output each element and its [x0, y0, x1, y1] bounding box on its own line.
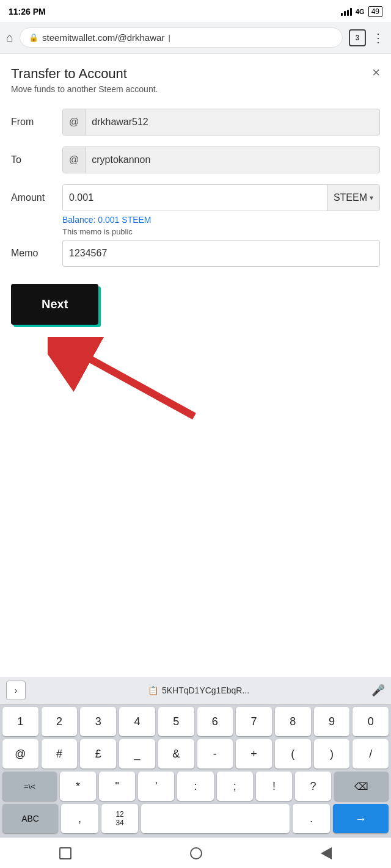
- mic-button[interactable]: 🎤: [371, 684, 385, 697]
- key-2[interactable]: 2: [42, 707, 78, 736]
- amount-input-group: STEEM ▾ Balance: 0.001 STEEM: [62, 184, 380, 225]
- battery-icon: 49: [368, 6, 382, 17]
- arrow-annotation: [11, 331, 380, 429]
- key-0[interactable]: 0: [353, 707, 389, 736]
- memo-section: This memo is public Memo: [11, 227, 380, 267]
- to-at-symbol: @: [63, 147, 86, 173]
- from-input-group: @: [62, 109, 380, 136]
- mic-icon: 🎤: [371, 684, 385, 696]
- key-double-quote[interactable]: ": [99, 772, 135, 801]
- key-row-3: =\< * " ' : ; ! ? ⌫: [2, 772, 389, 801]
- signal-icon: [341, 7, 352, 16]
- key-9[interactable]: 9: [314, 707, 350, 736]
- key-symbols-switch[interactable]: =\<: [2, 772, 57, 801]
- key-comma[interactable]: ,: [61, 804, 98, 833]
- key-exclaim[interactable]: !: [256, 772, 292, 801]
- key-at[interactable]: @: [2, 739, 38, 769]
- key-period[interactable]: .: [293, 804, 330, 833]
- browser-bar: ⌂ 🔒 steemitwallet.com/@drkhawar | 3 ⋮: [0, 22, 391, 54]
- key-backspace[interactable]: ⌫: [334, 772, 389, 801]
- memo-label: Memo: [11, 248, 54, 259]
- key-enter[interactable]: →: [333, 804, 389, 833]
- key-space[interactable]: [141, 804, 290, 833]
- status-time: 11:26 PM: [9, 7, 46, 16]
- key-open-paren[interactable]: (: [275, 739, 311, 769]
- key-row-2: @ # £ _ & - + ( ) /: [2, 739, 389, 769]
- next-button[interactable]: Next: [11, 284, 98, 325]
- back-button[interactable]: [321, 847, 332, 859]
- memo-input[interactable]: [62, 240, 380, 267]
- amount-row: Amount STEEM ▾ Balance: 0.001 STEEM: [11, 184, 380, 225]
- to-input[interactable]: [86, 147, 379, 173]
- chevron-down-icon: ▾: [370, 193, 373, 202]
- keyboard-suggestions-bar: › 📋 5KHTqD1YCg1EbqR... 🎤: [0, 677, 391, 704]
- keyboard: › 📋 5KHTqD1YCg1EbqR... 🎤 1 2 3 4 5 6 7 8…: [0, 677, 391, 837]
- memo-public-notice: This memo is public: [62, 227, 380, 236]
- key-question[interactable]: ?: [295, 772, 331, 801]
- key-underscore[interactable]: _: [119, 739, 155, 769]
- clipboard-icon: 📋: [148, 685, 158, 695]
- dialog-title: Transfer to Account: [11, 66, 127, 82]
- tab-count-button[interactable]: 3: [349, 29, 366, 46]
- navigation-bar: [0, 837, 391, 868]
- key-single-quote[interactable]: ': [138, 772, 174, 801]
- to-label: To: [11, 154, 54, 165]
- suggestion-expand-button[interactable]: ›: [6, 681, 26, 700]
- home-nav-button[interactable]: [190, 847, 202, 859]
- right-arrow-icon: ›: [15, 685, 18, 695]
- amount-fields: STEEM ▾: [62, 184, 380, 211]
- balance-text: Balance: 0.001 STEEM: [62, 215, 380, 225]
- key-row-4: ABC , 1234 . →: [2, 804, 389, 833]
- key-3[interactable]: 3: [80, 707, 116, 736]
- from-label: From: [11, 117, 54, 128]
- main-content: Transfer to Account × Move funds to anot…: [0, 54, 391, 441]
- amount-input[interactable]: [63, 185, 327, 211]
- currency-select[interactable]: STEEM ▾: [327, 185, 379, 211]
- red-arrow-icon: [48, 337, 243, 435]
- key-7[interactable]: 7: [236, 707, 272, 736]
- key-1[interactable]: 1: [2, 707, 38, 736]
- memo-row: Memo: [11, 240, 380, 267]
- key-semicolon[interactable]: ;: [217, 772, 253, 801]
- from-row: From @: [11, 109, 380, 136]
- key-ampersand[interactable]: &: [158, 739, 194, 769]
- key-minus[interactable]: -: [197, 739, 233, 769]
- key-close-paren[interactable]: ): [314, 739, 350, 769]
- amount-label: Amount: [11, 184, 54, 203]
- svg-line-1: [72, 349, 194, 416]
- from-input[interactable]: [86, 109, 379, 135]
- key-8[interactable]: 8: [275, 707, 311, 736]
- status-bar: 11:26 PM 4G 49: [0, 0, 391, 22]
- key-row-1: 1 2 3 4 5 6 7 8 9 0: [2, 707, 389, 736]
- clipboard-suggestion[interactable]: 📋 5KHTqD1YCg1EbqR...: [31, 685, 367, 695]
- keyboard-rows: 1 2 3 4 5 6 7 8 9 0 @ # £ _ & - + ( ) / …: [0, 704, 391, 837]
- url-bar[interactable]: 🔒 steemitwallet.com/@drkhawar |: [20, 27, 343, 48]
- to-row: To @: [11, 146, 380, 173]
- key-6[interactable]: 6: [197, 707, 233, 736]
- key-5[interactable]: 5: [158, 707, 194, 736]
- network-icon: 4G: [356, 8, 365, 15]
- dialog-subtitle: Move funds to another Steem account.: [11, 84, 380, 94]
- recent-apps-button[interactable]: [59, 847, 71, 859]
- key-4[interactable]: 4: [119, 707, 155, 736]
- key-slash[interactable]: /: [353, 739, 389, 769]
- key-colon[interactable]: :: [177, 772, 213, 801]
- browser-menu-button[interactable]: ⋮: [372, 31, 385, 45]
- home-button[interactable]: ⌂: [6, 31, 13, 45]
- from-at-symbol: @: [63, 109, 86, 135]
- lock-icon: 🔒: [29, 33, 38, 42]
- key-1234[interactable]: 1234: [101, 804, 139, 833]
- to-input-group: @: [62, 146, 380, 173]
- dialog-header: Transfer to Account ×: [11, 66, 380, 82]
- clipboard-text: 5KHTqD1YCg1EbqR...: [162, 685, 249, 695]
- key-hash[interactable]: #: [42, 739, 78, 769]
- url-text: steemitwallet.com/@drkhawar: [42, 32, 164, 43]
- key-plus[interactable]: +: [236, 739, 272, 769]
- key-abc[interactable]: ABC: [2, 804, 58, 833]
- cursor-icon: |: [168, 33, 170, 42]
- close-button[interactable]: ×: [372, 66, 380, 79]
- currency-label: STEEM: [334, 192, 367, 203]
- status-icons: 4G 49: [341, 6, 382, 17]
- key-asterisk[interactable]: *: [60, 772, 96, 801]
- key-pound[interactable]: £: [80, 739, 116, 769]
